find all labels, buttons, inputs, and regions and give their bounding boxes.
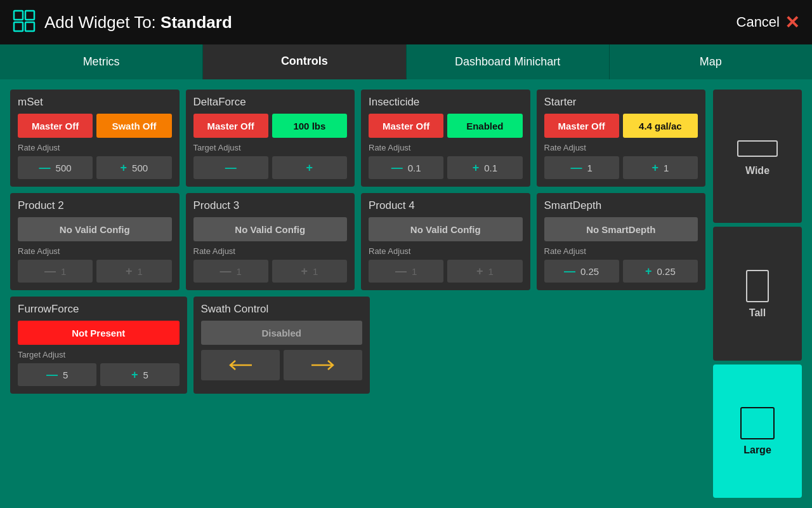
product3-minus-stepper[interactable]: — 1 bbox=[193, 260, 268, 283]
tab-controls[interactable]: Controls bbox=[203, 44, 406, 79]
furrowforce-status-row: Not Present bbox=[18, 321, 180, 345]
mset-minus-val: 500 bbox=[56, 163, 72, 173]
tab-map[interactable]: Map bbox=[610, 44, 812, 79]
swath-control-status-btn[interactable]: Disabled bbox=[201, 321, 363, 345]
widget-icon bbox=[13, 10, 36, 35]
deltaforce-rate-label: Target Adjust bbox=[193, 143, 348, 152]
starter-plus-val: 1 bbox=[664, 163, 669, 173]
size-tall-option[interactable]: Tall bbox=[713, 227, 802, 360]
widget-product3: Product 3 No Valid Config Rate Adjust — … bbox=[186, 193, 355, 290]
content-area: mSet Master Off Swath Off Rate Adjust — … bbox=[0, 79, 812, 508]
deltaforce-plus-stepper[interactable]: + bbox=[272, 156, 347, 179]
size-wide-option[interactable]: Wide bbox=[713, 90, 802, 223]
insecticide-title: Insecticide bbox=[369, 96, 523, 109]
starter-rate-btn[interactable]: 4.4 gal/ac bbox=[623, 114, 698, 138]
svg-rect-6 bbox=[738, 141, 777, 156]
minus-icon: — bbox=[225, 162, 237, 173]
smartdepth-plus-stepper[interactable]: + 0.25 bbox=[623, 260, 698, 283]
insecticide-rate-label: Rate Adjust bbox=[369, 143, 523, 152]
product4-plus-stepper[interactable]: + 1 bbox=[447, 260, 522, 283]
widget-furrowforce: FurrowForce Not Present Target Adjust — … bbox=[10, 297, 187, 394]
plus-icon: + bbox=[645, 265, 652, 277]
svg-rect-0 bbox=[14, 11, 23, 20]
row-3: FurrowForce Not Present Target Adjust — … bbox=[10, 297, 705, 394]
insecticide-minus-stepper[interactable]: — 0.1 bbox=[369, 156, 443, 179]
product3-plus-stepper[interactable]: + 1 bbox=[272, 260, 347, 283]
product3-minus-val: 1 bbox=[236, 266, 241, 277]
svg-rect-3 bbox=[25, 22, 34, 31]
product2-title: Product 2 bbox=[18, 199, 172, 212]
product2-plus-stepper[interactable]: + 1 bbox=[96, 260, 171, 283]
deltaforce-100lbs-btn[interactable]: 100 lbs bbox=[272, 114, 347, 138]
mset-plus-stepper[interactable]: + 500 bbox=[96, 156, 171, 179]
tab-metrics[interactable]: Metrics bbox=[0, 44, 203, 79]
mset-swath-off-btn[interactable]: Swath Off bbox=[96, 114, 171, 138]
mset-title: mSet bbox=[18, 96, 172, 109]
mset-plus-val: 500 bbox=[132, 163, 148, 173]
swath-control-title: Swath Control bbox=[201, 303, 363, 316]
insecticide-master-off-btn[interactable]: Master Off bbox=[369, 114, 443, 138]
mset-status-row: Master Off Swath Off bbox=[18, 114, 172, 138]
widget-grid: mSet Master Off Swath Off Rate Adjust — … bbox=[10, 90, 705, 498]
smartdepth-no-config: No SmartDepth bbox=[544, 217, 698, 241]
product2-rate-label: Rate Adjust bbox=[18, 246, 172, 256]
plus-icon: + bbox=[126, 265, 133, 277]
widget-mset: mSet Master Off Swath Off Rate Adjust — … bbox=[10, 90, 180, 187]
insecticide-steppers: — 0.1 + 0.1 bbox=[369, 156, 523, 179]
product2-steppers: — 1 + 1 bbox=[18, 260, 172, 283]
minus-icon: — bbox=[395, 265, 407, 277]
starter-minus-stepper[interactable]: — 1 bbox=[544, 156, 619, 179]
furrowforce-plus-stepper[interactable]: + 5 bbox=[100, 363, 179, 386]
mset-rate-label: Rate Adjust bbox=[18, 143, 172, 152]
svg-rect-7 bbox=[747, 271, 768, 302]
deltaforce-status-row: Master Off 100 lbs bbox=[193, 114, 348, 138]
furrowforce-status-btn[interactable]: Not Present bbox=[18, 321, 180, 345]
deltaforce-master-off-btn[interactable]: Master Off bbox=[193, 114, 268, 138]
minus-icon: — bbox=[39, 162, 51, 173]
svg-rect-2 bbox=[14, 22, 23, 31]
deltaforce-minus-stepper[interactable]: — bbox=[193, 156, 268, 179]
product3-title: Product 3 bbox=[193, 199, 348, 212]
furrowforce-title: FurrowForce bbox=[18, 303, 180, 316]
mset-minus-stepper[interactable]: — 500 bbox=[18, 156, 93, 179]
product4-minus-stepper[interactable]: — 1 bbox=[369, 260, 443, 283]
smartdepth-rate-label: Rate Adjust bbox=[544, 246, 698, 256]
smartdepth-minus-stepper[interactable]: — 0.25 bbox=[544, 260, 619, 283]
product4-no-config: No Valid Config bbox=[369, 217, 523, 241]
size-large-label: Large bbox=[743, 444, 771, 456]
widget-product4: Product 4 No Valid Config Rate Adjust — … bbox=[361, 193, 530, 290]
size-large-option[interactable]: Large bbox=[713, 364, 802, 498]
tall-icon bbox=[742, 269, 773, 304]
row-1: mSet Master Off Swath Off Rate Adjust — … bbox=[10, 90, 705, 187]
swath-arrow-row bbox=[201, 350, 363, 380]
starter-plus-stepper[interactable]: + 1 bbox=[623, 156, 698, 179]
minus-icon: — bbox=[44, 265, 56, 277]
product3-rate-label: Rate Adjust bbox=[193, 246, 348, 256]
product4-plus-val: 1 bbox=[488, 266, 493, 277]
size-tall-label: Tall bbox=[749, 307, 766, 319]
insecticide-enabled-btn[interactable]: Enabled bbox=[447, 114, 522, 138]
size-wide-label: Wide bbox=[745, 165, 769, 177]
widget-smartdepth: SmartDepth No SmartDepth Rate Adjust — 0… bbox=[537, 193, 706, 290]
furrowforce-minus-stepper[interactable]: — 5 bbox=[18, 363, 96, 386]
header: Add Widget To: Standard Cancel ✕ bbox=[0, 0, 812, 44]
smartdepth-title: SmartDepth bbox=[544, 199, 698, 212]
widget-deltaforce: DeltaForce Master Off 100 lbs Target Adj… bbox=[186, 90, 355, 187]
insecticide-plus-stepper[interactable]: + 0.1 bbox=[447, 156, 522, 179]
minus-icon: — bbox=[391, 162, 403, 173]
mset-master-off-btn[interactable]: Master Off bbox=[18, 114, 93, 138]
swath-left-arrow-btn[interactable] bbox=[201, 350, 280, 380]
starter-master-off-btn[interactable]: Master Off bbox=[544, 114, 619, 138]
swath-right-arrow-btn[interactable] bbox=[284, 350, 362, 380]
minus-icon: — bbox=[46, 369, 58, 380]
tab-dashboard[interactable]: Dashboard Minichart bbox=[407, 44, 610, 79]
product2-minus-stepper[interactable]: — 1 bbox=[18, 260, 93, 283]
plus-icon: + bbox=[306, 162, 313, 173]
smartdepth-steppers: — 0.25 + 0.25 bbox=[544, 260, 698, 283]
deltaforce-steppers: — + bbox=[193, 156, 348, 179]
plus-icon: + bbox=[476, 265, 483, 277]
size-panel: Wide Tall Large bbox=[713, 90, 802, 498]
smartdepth-plus-val: 0.25 bbox=[657, 266, 676, 277]
cancel-button[interactable]: Cancel ✕ bbox=[737, 12, 799, 33]
starter-title: Starter bbox=[544, 96, 698, 109]
